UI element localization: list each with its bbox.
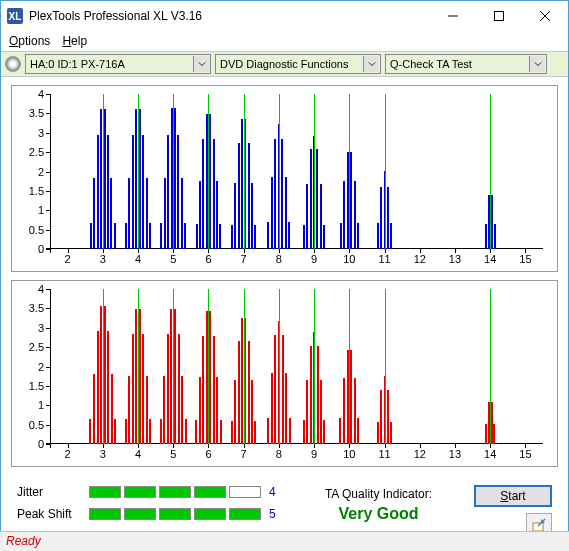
status-bar: Ready (0, 531, 569, 551)
toolbar: HA:0 ID:1 PX-716A DVD Diagnostic Functio… (1, 51, 568, 77)
quality-value: Very Good (338, 505, 418, 523)
minimize-button[interactable] (430, 1, 476, 31)
peakshift-segments (89, 508, 261, 520)
metrics: Jitter 4 Peak Shift 5 (17, 485, 283, 521)
menu-bar: Options Help (1, 31, 568, 51)
function-group-combo[interactable]: DVD Diagnostic Functions (215, 54, 381, 74)
start-button[interactable]: Start (474, 485, 552, 507)
chart-top: 00.511.522.533.5423456789101112131415 (11, 85, 558, 272)
maximize-button[interactable] (476, 1, 522, 31)
svg-rect-4 (533, 523, 543, 531)
function-group-value: DVD Diagnostic Functions (220, 58, 348, 70)
svg-rect-1 (495, 12, 504, 21)
close-button[interactable] (522, 1, 568, 31)
test-combo-value: Q-Check TA Test (390, 58, 472, 70)
jitter-row: Jitter 4 (17, 485, 283, 499)
quality-label: TA Quality Indicator: (325, 487, 432, 501)
chevron-down-icon (193, 56, 209, 72)
window-controls (430, 1, 568, 31)
jitter-value: 4 (269, 485, 283, 499)
window-title: PlexTools Professional XL V3.16 (29, 9, 202, 23)
action-buttons: Start (474, 485, 552, 537)
status-text: Ready (6, 534, 41, 548)
device-combo-value: HA:0 ID:1 PX-716A (30, 58, 125, 70)
chevron-down-icon (363, 56, 379, 72)
chevron-down-icon (529, 56, 545, 72)
disc-icon (5, 56, 21, 72)
app-icon: XL (7, 8, 23, 24)
peakshift-row: Peak Shift 5 (17, 507, 283, 521)
peakshift-label: Peak Shift (17, 507, 81, 521)
jitter-label: Jitter (17, 485, 81, 499)
chart-area: 00.511.522.533.5423456789101112131415 00… (1, 77, 568, 479)
jitter-segments (89, 486, 261, 498)
peakshift-value: 5 (269, 507, 283, 521)
chart-bottom: 00.511.522.533.5423456789101112131415 (11, 280, 558, 467)
test-combo[interactable]: Q-Check TA Test (385, 54, 547, 74)
device-combo[interactable]: HA:0 ID:1 PX-716A (25, 54, 211, 74)
menu-help[interactable]: Help (62, 34, 87, 48)
menu-options[interactable]: Options (9, 34, 50, 48)
title-bar: XL PlexTools Professional XL V3.16 (1, 1, 568, 31)
quality-indicator: TA Quality Indicator: Very Good (297, 485, 460, 523)
